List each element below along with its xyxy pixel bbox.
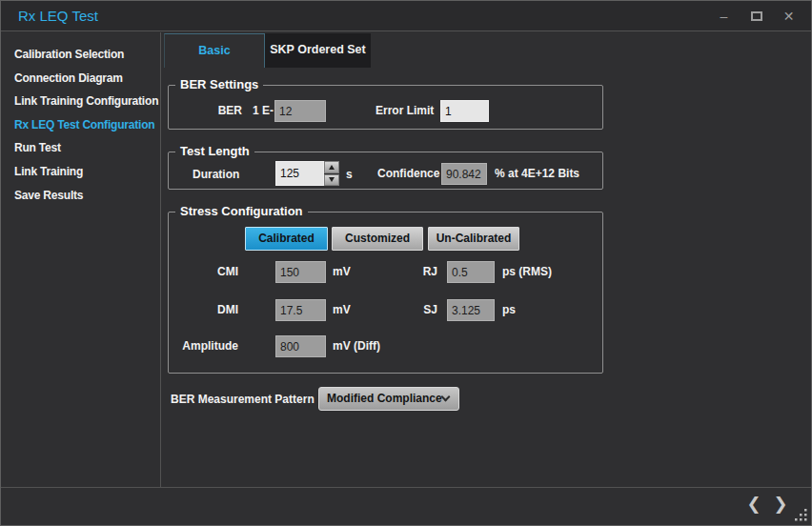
next-page-button[interactable]: ❯	[770, 492, 791, 516]
confidence-label: Confidence	[377, 163, 439, 185]
mode-button-calibrated[interactable]: Calibrated	[245, 227, 328, 251]
duration-unit: s	[346, 162, 353, 187]
ber-label: BER	[188, 100, 242, 122]
confidence-suffix: % at 4E+12 Bits	[495, 163, 579, 185]
confidence-input[interactable]	[441, 163, 487, 185]
cmi-unit: mV	[333, 261, 351, 283]
error-limit-input[interactable]	[440, 100, 489, 122]
sidebar-item-rx-leq-test-configuration[interactable]: Rx LEQ Test Configuration	[1, 113, 160, 137]
resize-grip[interactable]	[795, 509, 808, 522]
ber-settings-legend: BER Settings	[175, 77, 263, 91]
chevron-down-icon	[441, 393, 451, 402]
title-bar: Rx LEQ Test – ✕	[1, 1, 811, 31]
spinner-down-button[interactable]	[324, 174, 339, 187]
stress-configuration-legend: Stress Configuration	[175, 204, 308, 218]
rx-leq-test-window: Rx LEQ Test – ✕ Calibration Selection Co…	[0, 0, 812, 526]
minimize-icon[interactable]: –	[717, 9, 731, 23]
stress-configuration-group: Stress Configuration Calibrated Customiz…	[168, 212, 603, 374]
sj-label: SJ	[404, 299, 437, 321]
test-length-group: Test Length Duration s Confidence % at 4…	[168, 152, 603, 190]
close-icon[interactable]: ✕	[782, 9, 796, 23]
sidebar: Calibration Selection Connection Diagram…	[1, 32, 161, 487]
footer-divider	[1, 487, 811, 488]
dmi-input[interactable]	[275, 299, 326, 321]
test-length-legend: Test Length	[175, 144, 254, 158]
duration-label: Duration	[193, 162, 239, 187]
cmi-input[interactable]	[275, 261, 326, 283]
sidebar-item-link-training[interactable]: Link Training	[1, 160, 160, 184]
duration-spinner	[324, 161, 339, 186]
ber-settings-group: BER Settings BER 1 E- Error Limit	[168, 85, 603, 130]
amplitude-label: Amplitude	[169, 335, 238, 357]
ber-measurement-pattern-select[interactable]: Modified Compliance	[318, 387, 459, 411]
window-controls: – ✕	[717, 1, 796, 30]
sidebar-item-connection-diagram[interactable]: Connection Diagram	[1, 67, 160, 91]
sj-unit: ps	[502, 299, 516, 321]
cmi-label: CMI	[169, 261, 238, 283]
tab-basic[interactable]: Basic	[164, 33, 265, 68]
sidebar-item-calibration-selection[interactable]: Calibration Selection	[1, 43, 160, 67]
rj-unit: ps (RMS)	[502, 261, 552, 283]
mode-button-customized[interactable]: Customized	[332, 227, 423, 251]
spinner-down-icon	[329, 177, 335, 182]
maximize-icon[interactable]	[749, 9, 763, 23]
previous-page-button[interactable]: ❮	[743, 492, 764, 516]
mode-button-un-calibrated[interactable]: Un-Calibrated	[428, 227, 519, 251]
rj-label: RJ	[404, 261, 437, 283]
ber-exponent-prefix: 1 E-	[253, 100, 274, 122]
dmi-unit: mV	[333, 299, 351, 321]
dmi-label: DMI	[169, 299, 238, 321]
error-limit-label: Error Limit	[376, 100, 434, 122]
sidebar-item-run-test[interactable]: Run Test	[1, 136, 160, 160]
duration-input[interactable]	[275, 161, 324, 186]
sidebar-item-link-training-configuration[interactable]: Link Training Configuration	[1, 90, 160, 113]
spinner-up-button[interactable]	[324, 161, 339, 173]
maximize-glyph	[751, 11, 762, 21]
window-title: Rx LEQ Test	[18, 1, 98, 30]
rj-input[interactable]	[447, 261, 495, 283]
ber-exponent-input[interactable]	[274, 100, 326, 122]
amplitude-unit: mV (Diff)	[333, 335, 380, 357]
ber-measurement-pattern-value: Modified Compliance	[327, 392, 442, 405]
amplitude-input[interactable]	[275, 335, 326, 357]
sj-input[interactable]	[447, 299, 495, 321]
spinner-up-icon	[329, 165, 335, 170]
ber-measurement-pattern-label: BER Measurement Pattern	[171, 388, 315, 412]
tab-skp-ordered-set[interactable]: SKP Ordered Set	[265, 33, 371, 68]
sidebar-item-save-results[interactable]: Save Results	[1, 184, 160, 208]
